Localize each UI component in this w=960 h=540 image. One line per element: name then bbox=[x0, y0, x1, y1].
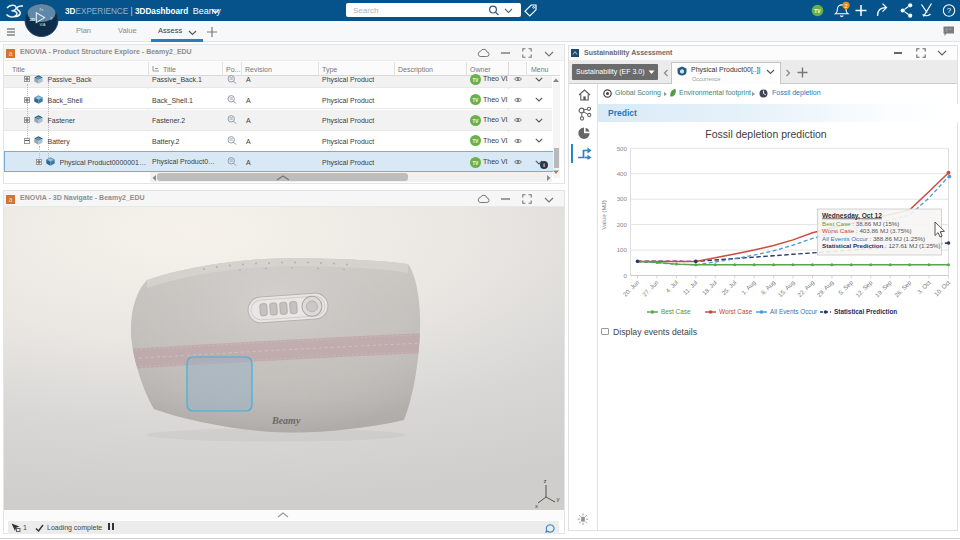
svg-text:19. Sep: 19. Sep bbox=[874, 279, 893, 298]
svg-text:All Events Occur: All Events Occur bbox=[770, 308, 818, 315]
svg-text:1. Aug: 1. Aug bbox=[740, 279, 756, 295]
svg-text:Wednesday, Oct 12: Wednesday, Oct 12 bbox=[822, 212, 882, 220]
svg-text:TV: TV bbox=[473, 77, 479, 82]
svg-text:11. Jul: 11. Jul bbox=[682, 279, 698, 295]
svg-text:7s: 7s bbox=[39, 7, 43, 12]
svg-text:500: 500 bbox=[616, 145, 627, 152]
svg-text:25. Jul: 25. Jul bbox=[720, 279, 737, 296]
svg-text:TV: TV bbox=[473, 118, 479, 123]
svg-text:Worst Case: Worst Case bbox=[719, 308, 753, 315]
svg-text:8. Aug: 8. Aug bbox=[760, 279, 776, 295]
svg-text:Statistical Prediction : 127.: Statistical Prediction : 127.61 MJ (1.25… bbox=[822, 242, 941, 249]
svg-text:15. Aug: 15. Aug bbox=[777, 279, 796, 298]
svg-text:3D: 3D bbox=[30, 17, 36, 22]
svg-text:TV: TV bbox=[473, 139, 479, 144]
svg-text:Fossil depletion prediction: Fossil depletion prediction bbox=[705, 128, 827, 140]
svg-text:22. Aug: 22. Aug bbox=[796, 279, 815, 298]
svg-text:V/A: V/A bbox=[40, 23, 46, 27]
svg-text:0: 0 bbox=[623, 272, 627, 279]
svg-text:100: 100 bbox=[616, 246, 627, 253]
svg-text:10. Oct: 10. Oct bbox=[933, 279, 951, 297]
svg-text:TV: TV bbox=[473, 160, 479, 165]
svg-text:20. Jun: 20. Jun bbox=[622, 279, 640, 297]
svg-text:29. Aug: 29. Aug bbox=[815, 279, 834, 298]
svg-text:z: z bbox=[544, 478, 547, 484]
svg-text:Worst Case : 403.86 MJ (3.75%: Worst Case : 403.86 MJ (3.75%) bbox=[822, 227, 912, 234]
svg-text:200: 200 bbox=[616, 221, 627, 228]
svg-text:400: 400 bbox=[616, 170, 627, 177]
svg-text:x: x bbox=[535, 503, 538, 509]
svg-text:Value (MJ): Value (MJ) bbox=[600, 200, 607, 229]
svg-text:Statistical Prediction: Statistical Prediction bbox=[834, 308, 897, 315]
svg-text:All Events Occur : 388.86 MJ: All Events Occur : 388.86 MJ (1.25%) bbox=[822, 235, 925, 242]
svg-text:TV: TV bbox=[473, 98, 479, 103]
svg-text:18. Jul: 18. Jul bbox=[701, 279, 718, 296]
svg-text:y: y bbox=[557, 496, 560, 502]
svg-text:5. Sep: 5. Sep bbox=[837, 279, 854, 296]
svg-text:12. Sep: 12. Sep bbox=[854, 279, 873, 298]
svg-text:Best Case : 38.86 MJ (15%): Best Case : 38.86 MJ (15%) bbox=[822, 220, 899, 227]
svg-text:Best Case: Best Case bbox=[661, 308, 691, 315]
svg-text:26. Sep: 26. Sep bbox=[893, 279, 912, 298]
svg-text:y: y bbox=[51, 15, 53, 20]
svg-text:Beamy: Beamy bbox=[271, 415, 301, 426]
svg-text:3. Oct: 3. Oct bbox=[916, 279, 932, 295]
svg-text:4. Jul: 4. Jul bbox=[664, 279, 678, 293]
svg-text:300: 300 bbox=[616, 195, 627, 202]
svg-text:27. Jun: 27. Jun bbox=[641, 279, 659, 297]
svg-text:a: a bbox=[9, 196, 13, 203]
